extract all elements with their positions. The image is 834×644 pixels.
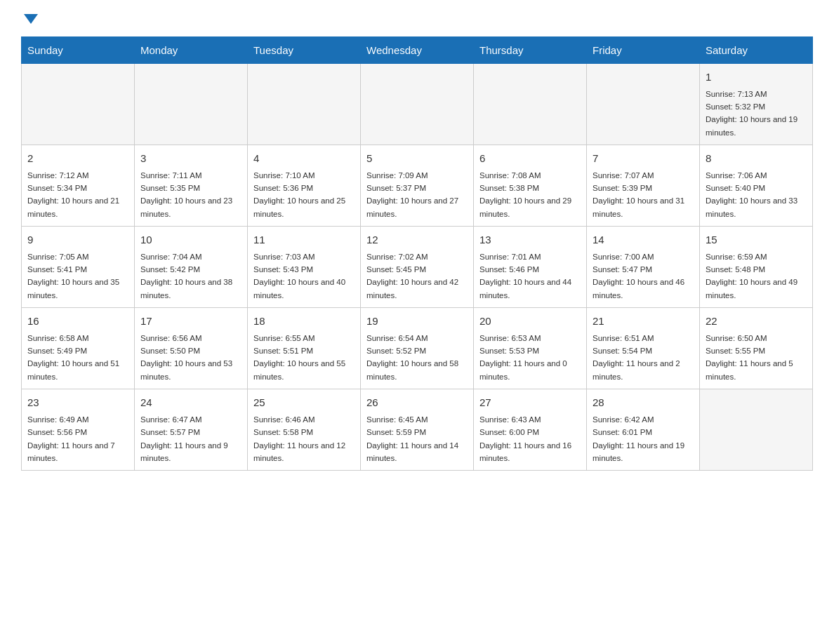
day-number: 24 <box>140 395 241 411</box>
calendar-day-cell: 18Sunrise: 6:55 AMSunset: 5:51 PMDayligh… <box>248 308 361 389</box>
day-info: Sunrise: 7:09 AMSunset: 5:37 PMDaylight:… <box>366 169 468 221</box>
day-info: Sunrise: 7:05 AMSunset: 5:41 PMDaylight:… <box>27 250 128 302</box>
day-info: Sunrise: 6:42 AMSunset: 6:01 PMDaylight:… <box>593 413 694 465</box>
day-of-week-header: Thursday <box>474 37 587 64</box>
day-number: 26 <box>366 395 468 411</box>
day-info: Sunrise: 6:55 AMSunset: 5:51 PMDaylight:… <box>253 332 355 384</box>
calendar-day-cell: 15Sunrise: 6:59 AMSunset: 5:48 PMDayligh… <box>700 227 813 308</box>
calendar-day-cell <box>587 64 700 145</box>
day-info: Sunrise: 7:00 AMSunset: 5:47 PMDaylight:… <box>593 250 694 302</box>
day-of-week-header: Saturday <box>700 37 813 64</box>
day-info: Sunrise: 6:59 AMSunset: 5:48 PMDaylight:… <box>706 250 807 302</box>
calendar-day-cell: 26Sunrise: 6:45 AMSunset: 5:59 PMDayligh… <box>361 389 474 471</box>
calendar-header-row: SundayMondayTuesdayWednesdayThursdayFrid… <box>22 37 813 64</box>
day-info: Sunrise: 6:58 AMSunset: 5:49 PMDaylight:… <box>27 332 128 384</box>
calendar-day-cell <box>474 64 587 145</box>
day-info: Sunrise: 6:47 AMSunset: 5:57 PMDaylight:… <box>140 413 241 465</box>
calendar-day-cell: 5Sunrise: 7:09 AMSunset: 5:37 PMDaylight… <box>361 145 474 227</box>
day-info: Sunrise: 6:51 AMSunset: 5:54 PMDaylight:… <box>593 332 694 384</box>
calendar-day-cell <box>361 64 474 145</box>
day-number: 23 <box>27 395 128 411</box>
day-number: 20 <box>479 314 581 330</box>
day-info: Sunrise: 6:43 AMSunset: 6:00 PMDaylight:… <box>479 413 581 465</box>
day-number: 3 <box>140 151 241 167</box>
day-info: Sunrise: 7:04 AMSunset: 5:42 PMDaylight:… <box>140 250 241 302</box>
day-number: 1 <box>706 69 807 86</box>
page-header <box>21 14 813 22</box>
day-info: Sunrise: 7:02 AMSunset: 5:45 PMDaylight:… <box>366 250 468 302</box>
logo <box>21 14 38 22</box>
day-number: 18 <box>253 314 355 330</box>
day-info: Sunrise: 7:06 AMSunset: 5:40 PMDaylight:… <box>706 169 807 221</box>
calendar-day-cell: 2Sunrise: 7:12 AMSunset: 5:34 PMDaylight… <box>22 145 135 227</box>
calendar-day-cell: 22Sunrise: 6:50 AMSunset: 5:55 PMDayligh… <box>700 308 813 389</box>
day-info: Sunrise: 7:03 AMSunset: 5:43 PMDaylight:… <box>253 250 355 302</box>
calendar-day-cell: 19Sunrise: 6:54 AMSunset: 5:52 PMDayligh… <box>361 308 474 389</box>
calendar-day-cell: 6Sunrise: 7:08 AMSunset: 5:38 PMDaylight… <box>474 145 587 227</box>
day-number: 21 <box>593 314 694 330</box>
calendar-table: SundayMondayTuesdayWednesdayThursdayFrid… <box>21 36 813 471</box>
day-number: 13 <box>479 232 581 248</box>
day-info: Sunrise: 7:12 AMSunset: 5:34 PMDaylight:… <box>27 169 128 221</box>
day-number: 19 <box>366 314 468 330</box>
calendar-day-cell: 14Sunrise: 7:00 AMSunset: 5:47 PMDayligh… <box>587 227 700 308</box>
calendar-week-row: 1Sunrise: 7:13 AMSunset: 5:32 PMDaylight… <box>22 64 813 145</box>
calendar-day-cell: 11Sunrise: 7:03 AMSunset: 5:43 PMDayligh… <box>248 227 361 308</box>
day-info: Sunrise: 7:08 AMSunset: 5:38 PMDaylight:… <box>479 169 581 221</box>
day-number: 8 <box>706 151 807 167</box>
day-info: Sunrise: 6:50 AMSunset: 5:55 PMDaylight:… <box>706 332 807 384</box>
day-number: 2 <box>27 151 128 167</box>
day-number: 28 <box>593 395 694 411</box>
day-of-week-header: Wednesday <box>361 37 474 64</box>
calendar-day-cell: 27Sunrise: 6:43 AMSunset: 6:00 PMDayligh… <box>474 389 587 471</box>
day-number: 6 <box>479 151 581 167</box>
day-number: 22 <box>706 314 807 330</box>
calendar-day-cell: 13Sunrise: 7:01 AMSunset: 5:46 PMDayligh… <box>474 227 587 308</box>
calendar-day-cell: 9Sunrise: 7:05 AMSunset: 5:41 PMDaylight… <box>22 227 135 308</box>
day-info: Sunrise: 7:01 AMSunset: 5:46 PMDaylight:… <box>479 250 581 302</box>
calendar-day-cell: 24Sunrise: 6:47 AMSunset: 5:57 PMDayligh… <box>135 389 248 471</box>
day-number: 27 <box>479 395 581 411</box>
calendar-day-cell <box>22 64 135 145</box>
day-number: 11 <box>253 232 355 248</box>
calendar-day-cell <box>700 389 813 471</box>
day-number: 10 <box>140 232 241 248</box>
calendar-week-row: 16Sunrise: 6:58 AMSunset: 5:49 PMDayligh… <box>22 308 813 389</box>
calendar-day-cell: 28Sunrise: 6:42 AMSunset: 6:01 PMDayligh… <box>587 389 700 471</box>
day-info: Sunrise: 7:11 AMSunset: 5:35 PMDaylight:… <box>140 169 241 221</box>
day-number: 5 <box>366 151 468 167</box>
calendar-day-cell: 20Sunrise: 6:53 AMSunset: 5:53 PMDayligh… <box>474 308 587 389</box>
calendar-day-cell <box>135 64 248 145</box>
logo-arrow-icon <box>24 14 38 24</box>
day-of-week-header: Friday <box>587 37 700 64</box>
day-of-week-header: Tuesday <box>248 37 361 64</box>
calendar-day-cell: 4Sunrise: 7:10 AMSunset: 5:36 PMDaylight… <box>248 145 361 227</box>
day-info: Sunrise: 6:53 AMSunset: 5:53 PMDaylight:… <box>479 332 581 384</box>
calendar-week-row: 2Sunrise: 7:12 AMSunset: 5:34 PMDaylight… <box>22 145 813 227</box>
calendar-day-cell <box>248 64 361 145</box>
calendar-day-cell: 21Sunrise: 6:51 AMSunset: 5:54 PMDayligh… <box>587 308 700 389</box>
day-info: Sunrise: 7:07 AMSunset: 5:39 PMDaylight:… <box>593 169 694 221</box>
day-number: 9 <box>27 232 128 248</box>
calendar-day-cell: 8Sunrise: 7:06 AMSunset: 5:40 PMDaylight… <box>700 145 813 227</box>
day-info: Sunrise: 6:46 AMSunset: 5:58 PMDaylight:… <box>253 413 355 465</box>
calendar-day-cell: 7Sunrise: 7:07 AMSunset: 5:39 PMDaylight… <box>587 145 700 227</box>
calendar-day-cell: 12Sunrise: 7:02 AMSunset: 5:45 PMDayligh… <box>361 227 474 308</box>
day-of-week-header: Sunday <box>22 37 135 64</box>
day-number: 16 <box>27 314 128 330</box>
day-info: Sunrise: 6:54 AMSunset: 5:52 PMDaylight:… <box>366 332 468 384</box>
day-info: Sunrise: 6:56 AMSunset: 5:50 PMDaylight:… <box>140 332 241 384</box>
calendar-week-row: 23Sunrise: 6:49 AMSunset: 5:56 PMDayligh… <box>22 389 813 471</box>
day-info: Sunrise: 7:10 AMSunset: 5:36 PMDaylight:… <box>253 169 355 221</box>
day-number: 15 <box>706 232 807 248</box>
day-number: 14 <box>593 232 694 248</box>
day-number: 4 <box>253 151 355 167</box>
day-number: 12 <box>366 232 468 248</box>
calendar-day-cell: 25Sunrise: 6:46 AMSunset: 5:58 PMDayligh… <box>248 389 361 471</box>
logo-general <box>21 14 38 22</box>
calendar-day-cell: 16Sunrise: 6:58 AMSunset: 5:49 PMDayligh… <box>22 308 135 389</box>
day-number: 17 <box>140 314 241 330</box>
calendar-day-cell: 17Sunrise: 6:56 AMSunset: 5:50 PMDayligh… <box>135 308 248 389</box>
calendar-day-cell: 10Sunrise: 7:04 AMSunset: 5:42 PMDayligh… <box>135 227 248 308</box>
day-info: Sunrise: 6:49 AMSunset: 5:56 PMDaylight:… <box>27 413 128 465</box>
